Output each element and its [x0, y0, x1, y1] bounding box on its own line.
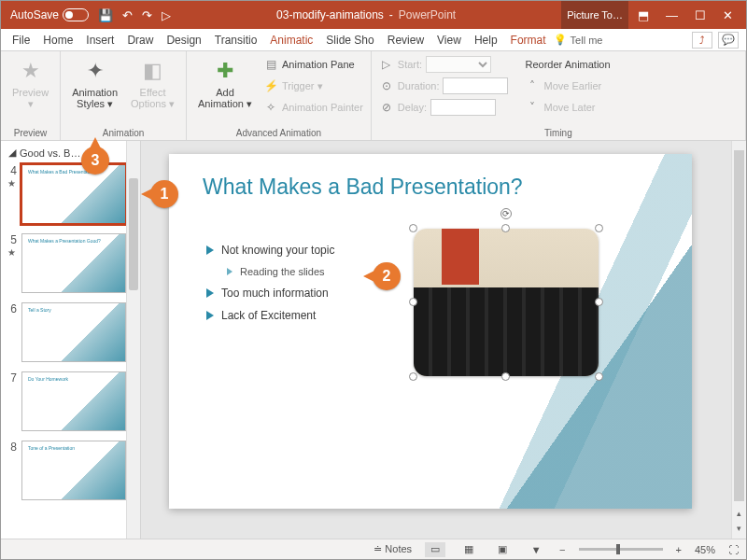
- bullet-icon: [227, 268, 233, 275]
- slide-thumbnail[interactable]: Tone of a Presentation: [21, 441, 126, 500]
- group-advanced-animation: ✚ Add Animation ▾ ▤Animation Pane ⚡Trigg…: [187, 51, 372, 140]
- move-later-button[interactable]: ˅Move Later: [525, 98, 610, 117]
- slide-thumbnail[interactable]: Do Your Homework: [21, 371, 126, 431]
- effect-options-button[interactable]: ◧ Effect Options ▾: [127, 55, 178, 111]
- thumbnail-slide-8[interactable]: 8Tone of a Presentation: [5, 441, 140, 500]
- animation-styles-icon: ✦: [81, 57, 109, 85]
- reading-view-button[interactable]: ▣: [492, 542, 513, 557]
- tab-home[interactable]: Home: [37, 31, 78, 49]
- zoom-in-button[interactable]: +: [676, 544, 682, 555]
- selected-image[interactable]: ⟳: [414, 229, 599, 376]
- group-animation: ✦ Animation Styles ▾ ◧ Effect Options ▾ …: [61, 51, 187, 140]
- start-icon: ▷: [379, 57, 394, 72]
- maximize-button[interactable]: ☐: [695, 8, 706, 22]
- main-area: ◢ Good vs. B… 4★What Makes a Bad Present…: [1, 141, 746, 539]
- tab-file[interactable]: File: [7, 31, 35, 49]
- bullet-icon: [206, 245, 214, 255]
- quick-access-toolbar: 💾 ↶ ↷ ▷: [98, 8, 171, 22]
- resize-handle[interactable]: [501, 372, 510, 381]
- fit-window-button[interactable]: ⛶: [728, 544, 739, 555]
- callout-2: 2: [373, 262, 401, 290]
- thumbnail-slide-5[interactable]: 5★What Makes a Presentation Good?: [5, 233, 140, 293]
- tab-format[interactable]: Format: [505, 31, 552, 49]
- resize-handle[interactable]: [409, 224, 417, 232]
- resize-handle[interactable]: [595, 224, 603, 232]
- start-slideshow-icon[interactable]: ▷: [162, 8, 171, 22]
- editor-scrollbar[interactable]: ▴ ▾: [731, 141, 746, 539]
- autosave-label: AutoSave: [10, 8, 59, 21]
- redo-icon[interactable]: ↷: [142, 8, 152, 22]
- bullet-item[interactable]: Lack of Excitement: [206, 309, 334, 322]
- resize-handle[interactable]: [595, 298, 603, 306]
- preview-button[interactable]: ★ Preview▾: [8, 55, 52, 111]
- tab-animations[interactable]: Animatic: [264, 31, 318, 49]
- group-preview: ★ Preview▾ Preview: [1, 51, 61, 140]
- ribbon-options-icon[interactable]: ⬒: [638, 8, 649, 22]
- sorter-view-button[interactable]: ▦: [458, 542, 479, 557]
- comments-button[interactable]: 💬: [718, 32, 739, 49]
- thumbnail-scrollbar[interactable]: [126, 141, 140, 539]
- trigger-icon: ⚡: [263, 78, 278, 93]
- resize-handle[interactable]: [409, 298, 417, 306]
- slide-number: 4: [6, 164, 17, 177]
- slide-editor[interactable]: What Makes a Bad Presentation? Not knowi…: [141, 141, 746, 539]
- bullet-item[interactable]: Not knowing your topic: [206, 244, 334, 257]
- rotate-handle[interactable]: ⟳: [500, 208, 512, 219]
- slide-number: 6: [6, 302, 17, 315]
- resize-handle[interactable]: [501, 224, 510, 232]
- close-button[interactable]: ✕: [723, 8, 733, 22]
- duration-input[interactable]: [443, 77, 508, 94]
- thumbnail-slide-4[interactable]: 4★What Makes a Bad Presentation?: [5, 164, 140, 224]
- down-icon: ˅: [525, 100, 540, 115]
- animation-painter-button[interactable]: ✧Animation Painter: [263, 98, 363, 117]
- thumbnail-slide-7[interactable]: 7Do Your Homework: [5, 371, 140, 431]
- share-button[interactable]: ⤴: [692, 32, 712, 49]
- slide-bullet-list[interactable]: Not knowing your topicReading the slides…: [206, 234, 334, 331]
- normal-view-button[interactable]: ▭: [425, 542, 445, 557]
- tab-help[interactable]: Help: [469, 31, 503, 49]
- slide-thumbnail[interactable]: What Makes a Bad Presentation?: [21, 164, 126, 224]
- bullet-item[interactable]: Reading the slides: [227, 266, 334, 277]
- section-header[interactable]: ◢ Good vs. B…: [5, 145, 140, 161]
- context-tab-picture-tools: Picture To…: [561, 1, 628, 29]
- resize-handle[interactable]: [409, 372, 417, 381]
- callout-3: 3: [81, 147, 109, 175]
- save-icon[interactable]: 💾: [98, 8, 113, 22]
- tab-view[interactable]: View: [431, 31, 467, 49]
- reorder-label: Reorder Animation: [525, 59, 610, 70]
- tab-transitions[interactable]: Transitio: [209, 31, 263, 49]
- notes-button[interactable]: ≐ Notes: [374, 543, 412, 555]
- add-animation-button[interactable]: ✚ Add Animation ▾: [194, 55, 256, 117]
- slide-title[interactable]: What Makes a Bad Presentation?: [203, 175, 523, 200]
- zoom-slider[interactable]: [579, 548, 663, 551]
- trigger-button[interactable]: ⚡Trigger ▾: [263, 77, 363, 95]
- tab-insert[interactable]: Insert: [80, 31, 120, 49]
- animation-styles-button[interactable]: ✦ Animation Styles ▾: [68, 55, 121, 111]
- tab-draw[interactable]: Draw: [121, 31, 159, 49]
- tab-review[interactable]: Review: [382, 31, 430, 49]
- slideshow-view-button[interactable]: ▼: [526, 542, 546, 557]
- painter-icon: ✧: [263, 100, 278, 115]
- minimize-button[interactable]: —: [666, 8, 678, 22]
- start-select[interactable]: [426, 56, 491, 73]
- tab-slideshow[interactable]: Slide Sho: [320, 31, 379, 49]
- slide-thumbnail[interactable]: Tell a Story: [21, 302, 126, 362]
- add-animation-icon: ✚: [211, 57, 239, 85]
- slide-canvas[interactable]: What Makes a Bad Presentation? Not knowi…: [169, 154, 692, 509]
- resize-handle[interactable]: [595, 372, 603, 381]
- duration-icon: ⊙: [379, 78, 394, 93]
- thumbnail-slide-6[interactable]: 6Tell a Story: [5, 302, 140, 362]
- slide-number: 5: [6, 233, 17, 246]
- zoom-out-button[interactable]: −: [559, 544, 565, 555]
- autosave-toggle[interactable]: [63, 8, 89, 21]
- delay-input[interactable]: [430, 99, 496, 116]
- zoom-level[interactable]: 45%: [695, 544, 715, 555]
- bullet-item[interactable]: Too much information: [206, 287, 334, 300]
- move-earlier-button[interactable]: ˄Move Earlier: [525, 77, 610, 95]
- slide-thumbnail[interactable]: What Makes a Presentation Good?: [21, 233, 126, 293]
- tell-me-search[interactable]: 💡 Tell me: [554, 34, 603, 46]
- animation-pane-button[interactable]: ▤Animation Pane: [263, 55, 363, 74]
- tab-design[interactable]: Design: [161, 31, 206, 49]
- undo-icon[interactable]: ↶: [122, 8, 133, 22]
- slide-thumbnail-panel: ◢ Good vs. B… 4★What Makes a Bad Present…: [1, 141, 141, 539]
